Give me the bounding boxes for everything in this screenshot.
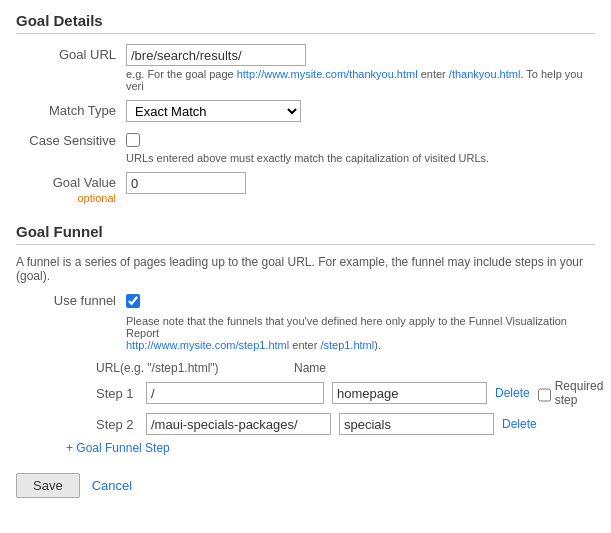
goal-url-input[interactable] — [126, 44, 306, 66]
goal-url-help: e.g. For the goal page http://www.mysite… — [126, 68, 595, 92]
goal-value-row: Goal Value optional — [16, 172, 595, 205]
goal-url-help-link2[interactable]: /thankyou.html — [449, 68, 521, 80]
goal-url-help-prefix: e.g. For the goal page — [126, 68, 237, 80]
case-sensitive-row: Case Sensitive URLs entered above must e… — [16, 130, 595, 164]
goal-funnel-title: Goal Funnel — [16, 223, 595, 245]
button-row: Save Cancel — [16, 473, 595, 498]
step-2-name-input[interactable] — [339, 413, 494, 435]
goal-url-help-link[interactable]: http://www.mysite.com/thankyou.html — [237, 68, 418, 80]
funnel-note-middle: enter — [289, 339, 320, 351]
step-1-required-wrap: Required step — [538, 379, 605, 407]
match-type-select[interactable]: Head Match Exact Match Regular Expressio… — [126, 100, 301, 122]
step-1-url-input[interactable] — [146, 382, 324, 404]
step-2-url-input[interactable] — [146, 413, 331, 435]
funnel-note-link2[interactable]: /step1.html — [320, 339, 374, 351]
use-funnel-checkbox[interactable] — [126, 294, 140, 308]
funnel-step-2-row: Step 2 Delete — [96, 413, 595, 435]
goal-url-help-middle: enter — [418, 68, 449, 80]
case-sensitive-checkbox[interactable] — [126, 133, 140, 147]
funnel-col-headers: URL(e.g. "/step1.html") Name — [96, 361, 595, 375]
funnel-step-1-row: Step 1 Delete Required step — [96, 379, 595, 407]
goal-funnel-section: Goal Funnel A funnel is a series of page… — [16, 223, 595, 455]
step-2-delete-link[interactable]: Delete — [502, 417, 537, 431]
match-type-content: Head Match Exact Match Regular Expressio… — [126, 100, 595, 122]
goal-url-content: e.g. For the goal page http://www.mysite… — [126, 44, 595, 92]
case-sensitive-content: URLs entered above must exactly match th… — [126, 130, 595, 164]
goal-details-title: Goal Details — [16, 12, 595, 34]
funnel-note-suffix: ). — [374, 339, 381, 351]
add-funnel-step-link[interactable]: + Goal Funnel Step — [66, 441, 595, 455]
case-sensitive-label: Case Sensitive — [16, 130, 126, 148]
goal-value-optional: optional — [77, 192, 116, 204]
goal-url-row: Goal URL e.g. For the goal page http://w… — [16, 44, 595, 92]
goal-value-label: Goal Value optional — [16, 172, 126, 205]
use-funnel-label: Use funnel — [16, 291, 126, 308]
funnel-note-link[interactable]: http://www.mysite.com/step1.html — [126, 339, 289, 351]
use-funnel-row: Use funnel Please note that the funnels … — [16, 291, 595, 351]
goal-value-content — [126, 172, 595, 194]
goal-details-section: Goal Details Goal URL e.g. For the goal … — [16, 12, 595, 205]
step-1-label: Step 1 — [96, 386, 146, 401]
step-1-required-label: Required step — [555, 379, 605, 407]
funnel-note: Please note that the funnels that you've… — [126, 315, 595, 351]
funnel-steps-area: URL(e.g. "/step1.html") Name Step 1 Dele… — [96, 361, 595, 435]
funnel-description: A funnel is a series of pages leading up… — [16, 255, 595, 283]
case-sensitive-note: URLs entered above must exactly match th… — [126, 152, 595, 164]
goal-url-label: Goal URL — [16, 44, 126, 62]
goal-value-input[interactable] — [126, 172, 246, 194]
save-button[interactable]: Save — [16, 473, 80, 498]
step-1-delete-link[interactable]: Delete — [495, 386, 530, 400]
use-funnel-content: Please note that the funnels that you've… — [126, 291, 595, 351]
goal-value-label-text: Goal Value — [53, 175, 116, 190]
step-1-name-input[interactable] — [332, 382, 487, 404]
step-1-required-checkbox[interactable] — [538, 388, 551, 402]
funnel-note-prefix: Please note that the funnels that you've… — [126, 315, 567, 339]
match-type-label: Match Type — [16, 100, 126, 118]
match-type-row: Match Type Head Match Exact Match Regula… — [16, 100, 595, 122]
step-2-label: Step 2 — [96, 417, 146, 432]
url-col-header: URL(e.g. "/step1.html") — [96, 361, 286, 375]
cancel-button[interactable]: Cancel — [92, 478, 132, 493]
name-col-header: Name — [294, 361, 459, 375]
